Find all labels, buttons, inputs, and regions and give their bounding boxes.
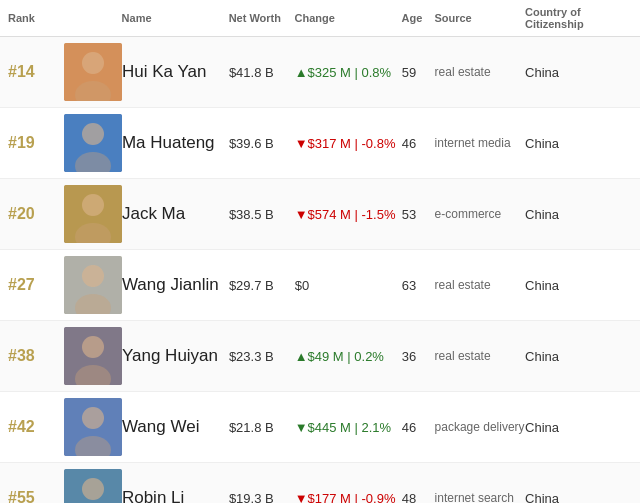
- person-change: ▲$325 M | 0.8%: [295, 65, 402, 80]
- person-change: ▼$177 M | -0.9%: [295, 491, 402, 504]
- person-age: 48: [402, 491, 435, 504]
- person-change: $0: [295, 278, 402, 293]
- person-rank: #20: [8, 205, 64, 223]
- person-networth: $41.8 B: [229, 65, 295, 80]
- table-row: #55 Robin Li $19.3 B ▼$177 M | -0.9% 48 …: [0, 463, 640, 503]
- person-age: 53: [402, 207, 435, 222]
- person-name: Jack Ma: [122, 204, 229, 224]
- person-change: ▼$317 M | -0.8%: [295, 136, 402, 151]
- person-rank: #19: [8, 134, 64, 152]
- person-source: e-commerce: [435, 207, 526, 221]
- person-source: internet search: [435, 491, 526, 503]
- person-name: Ma Huateng: [122, 133, 229, 153]
- svg-point-19: [82, 478, 104, 500]
- svg-point-1: [82, 52, 104, 74]
- person-rank: #27: [8, 276, 64, 294]
- person-age: 46: [402, 420, 435, 435]
- svg-point-10: [82, 265, 104, 287]
- col-header-name: Name: [122, 12, 229, 24]
- person-rank: #42: [8, 418, 64, 436]
- person-name: Hui Ka Yan: [122, 62, 229, 82]
- person-age: 46: [402, 136, 435, 151]
- svg-point-16: [82, 407, 104, 429]
- svg-point-4: [82, 123, 104, 145]
- person-country: China: [525, 491, 632, 504]
- people-list: #14 Hui Ka Yan $41.8 B ▲$325 M | 0.8% 59…: [0, 37, 640, 503]
- person-name: Yang Huiyan: [122, 346, 229, 366]
- person-networth: $23.3 B: [229, 349, 295, 364]
- table-row: #27 Wang Jianlin $29.7 B $0 63 real esta…: [0, 250, 640, 321]
- col-header-source: Source: [434, 12, 525, 24]
- person-source: real estate: [435, 278, 526, 292]
- person-country: China: [525, 136, 632, 151]
- person-age: 59: [402, 65, 435, 80]
- avatar: [64, 43, 122, 101]
- person-rank: #38: [8, 347, 64, 365]
- col-header-country: Country of Citizenship: [525, 6, 632, 30]
- person-country: China: [525, 420, 632, 435]
- person-networth: $29.7 B: [229, 278, 295, 293]
- person-photo: [64, 256, 122, 314]
- avatar: [64, 256, 122, 314]
- table-row: #19 Ma Huateng $39.6 B ▼$317 M | -0.8% 4…: [0, 108, 640, 179]
- person-country: China: [525, 349, 632, 364]
- header-row: Rank Name Net Worth Change Age Source Co…: [0, 0, 640, 37]
- col-header-change: Change: [294, 12, 401, 24]
- person-source: package delivery: [435, 420, 526, 434]
- person-networth: $19.3 B: [229, 491, 295, 504]
- person-source: internet media: [435, 136, 526, 150]
- avatar: [64, 469, 122, 503]
- person-country: China: [525, 65, 632, 80]
- person-source: real estate: [435, 349, 526, 363]
- avatar: [64, 114, 122, 172]
- person-change: ▼$574 M | -1.5%: [295, 207, 402, 222]
- person-photo: [64, 185, 122, 243]
- table-row: #42 Wang Wei $21.8 B ▼$445 M | 2.1% 46 p…: [0, 392, 640, 463]
- person-age: 63: [402, 278, 435, 293]
- person-photo: [64, 43, 122, 101]
- person-name: Robin Li: [122, 488, 229, 503]
- person-name: Wang Jianlin: [122, 275, 229, 295]
- person-change: ▲$49 M | 0.2%: [295, 349, 402, 364]
- person-country: China: [525, 278, 632, 293]
- avatar: [64, 185, 122, 243]
- table-row: #38 Yang Huiyan $23.3 B ▲$49 M | 0.2% 36…: [0, 321, 640, 392]
- person-source: real estate: [435, 65, 526, 79]
- table-row: #20 Jack Ma $38.5 B ▼$574 M | -1.5% 53 e…: [0, 179, 640, 250]
- col-header-rank: Rank: [8, 12, 64, 24]
- table-row: #14 Hui Ka Yan $41.8 B ▲$325 M | 0.8% 59…: [0, 37, 640, 108]
- col-header-age: Age: [402, 12, 435, 24]
- avatar: [64, 398, 122, 456]
- svg-point-7: [82, 194, 104, 216]
- col-header-networth: Net Worth: [229, 12, 295, 24]
- person-change: ▼$445 M | 2.1%: [295, 420, 402, 435]
- person-rank: #14: [8, 63, 64, 81]
- person-networth: $38.5 B: [229, 207, 295, 222]
- person-name: Wang Wei: [122, 417, 229, 437]
- person-photo: [64, 327, 122, 385]
- person-photo: [64, 398, 122, 456]
- person-age: 36: [402, 349, 435, 364]
- person-country: China: [525, 207, 632, 222]
- person-photo: [64, 114, 122, 172]
- avatar: [64, 327, 122, 385]
- svg-point-13: [82, 336, 104, 358]
- person-photo: [64, 469, 122, 503]
- person-networth: $39.6 B: [229, 136, 295, 151]
- person-networth: $21.8 B: [229, 420, 295, 435]
- person-rank: #55: [8, 489, 64, 503]
